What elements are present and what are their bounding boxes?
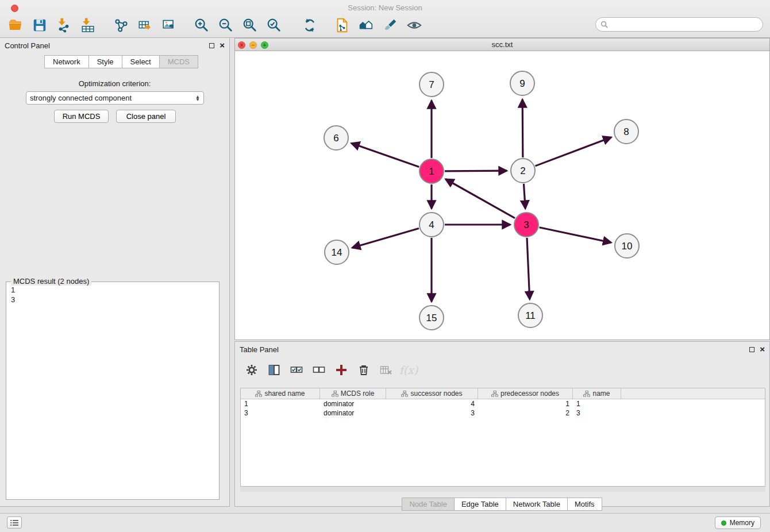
close-panel-button[interactable]: Close panel	[116, 110, 176, 123]
zoom-selected-icon[interactable]	[265, 17, 283, 34]
select-stepper-icon: ▲▼	[195, 95, 200, 101]
graph-edge-2-3[interactable]	[523, 184, 525, 209]
table-settings-gear-icon[interactable]	[244, 363, 259, 377]
search-input[interactable]	[611, 20, 758, 29]
svg-text:9: 9	[519, 78, 525, 89]
network-document-icon[interactable]	[333, 17, 351, 34]
graph-node-7[interactable]: 7	[419, 72, 444, 97]
graph-edge-3-1[interactable]	[445, 179, 515, 218]
tab-edge-table[interactable]: Edge Table	[454, 498, 506, 511]
app-title: Session: New Session	[0, 3, 770, 12]
tab-node-table[interactable]: Node Table	[402, 498, 455, 511]
home-neighbors-icon[interactable]	[357, 17, 375, 34]
style-brush-icon[interactable]	[382, 17, 399, 34]
search-field[interactable]	[595, 17, 763, 32]
table-cell[interactable]: dominator	[320, 400, 386, 408]
table-cell[interactable]: 3	[241, 409, 320, 417]
graph-node-6[interactable]: 6	[324, 126, 348, 150]
deselect-all-icon[interactable]	[311, 363, 326, 377]
tab-network[interactable]: Network	[44, 55, 89, 68]
mcds-result-lines: 13	[6, 282, 219, 307]
control-panel-close-icon[interactable]: ×	[220, 42, 225, 49]
toolbar-group-new	[113, 15, 178, 36]
tab-motifs[interactable]: Motifs	[567, 498, 602, 511]
export-image-icon[interactable]	[161, 17, 178, 34]
graph-node-14[interactable]: 14	[325, 240, 349, 264]
new-network-icon[interactable]	[113, 17, 130, 34]
refresh-icon[interactable]	[301, 17, 318, 34]
import-network-icon[interactable]	[55, 17, 72, 34]
graph-edge-4-14[interactable]	[352, 228, 419, 248]
column-header-label: successor nodes	[410, 390, 462, 398]
table-cell[interactable]: 3	[386, 409, 478, 417]
svg-text:8: 8	[623, 126, 629, 137]
graph-node-15[interactable]: 15	[419, 306, 444, 330]
graph-node-3[interactable]: 3	[514, 213, 538, 237]
task-history-button[interactable]	[7, 516, 22, 529]
network-canvas[interactable]: 7968124314101511	[235, 51, 769, 340]
open-session-icon[interactable]	[7, 17, 24, 34]
column-header-predecessor-nodes[interactable]: predecessor nodes	[478, 388, 573, 399]
svg-text:10: 10	[622, 241, 633, 252]
table-cell[interactable]: 1	[573, 400, 621, 408]
tab-style[interactable]: Style	[88, 55, 122, 68]
graph-edge-3-11[interactable]	[527, 238, 530, 299]
tab-select[interactable]: Select	[122, 55, 160, 68]
export-table-icon[interactable]	[137, 17, 154, 34]
node-table-body: 1dominator4113dominator323	[241, 399, 765, 418]
graph-node-2[interactable]: 2	[511, 159, 535, 183]
table-cell[interactable]: 2	[478, 409, 573, 417]
svg-text:2: 2	[520, 165, 525, 176]
table-row[interactable]: 3dominator323	[241, 408, 765, 418]
table-cell[interactable]: 1	[241, 400, 320, 408]
mcds-result-box: MCDS result (2 nodes) 13	[6, 282, 220, 500]
graph-node-11[interactable]: 11	[518, 303, 542, 327]
run-mcds-button[interactable]: Run MCDS	[54, 110, 109, 123]
column-header-label: shared name	[264, 390, 305, 398]
graph-edge-3-10[interactable]	[540, 228, 611, 242]
svg-text:14: 14	[332, 247, 342, 258]
table-panel-close-icon[interactable]: ×	[760, 346, 765, 353]
column-header-shared-name[interactable]: shared name	[241, 388, 320, 399]
delete-column-icon[interactable]	[356, 363, 371, 377]
memory-button[interactable]: Memory	[715, 516, 761, 529]
graph-node-4[interactable]: 4	[419, 213, 444, 237]
mcds-result-title: MCDS result (2 nodes)	[11, 277, 91, 286]
graph-edge-1-6[interactable]	[351, 143, 419, 167]
tab-network-table[interactable]: Network Table	[506, 498, 568, 511]
table-panel-float-icon[interactable]	[749, 347, 754, 352]
eye-icon[interactable]	[406, 17, 423, 34]
table-toolbar: f(x)	[244, 360, 416, 380]
add-column-icon[interactable]	[334, 363, 349, 377]
graph-edge-2-8[interactable]	[536, 137, 611, 166]
graph-edge-2-9[interactable]	[522, 99, 523, 157]
import-table-icon[interactable]	[79, 17, 97, 34]
tab-mcds[interactable]: MCDS	[159, 55, 198, 68]
select-all-icon[interactable]	[289, 363, 304, 377]
table-cell[interactable]: 1	[478, 400, 573, 408]
table-scrollbar[interactable]	[240, 487, 765, 492]
table-row[interactable]: 1dominator411	[241, 399, 765, 408]
show-column-icon[interactable]	[267, 363, 282, 377]
column-header-mcds-role[interactable]: MCDS role	[320, 388, 386, 399]
zoom-fit-icon[interactable]	[241, 17, 259, 34]
column-header-successor-nodes[interactable]: successor nodes	[386, 388, 478, 399]
table-cell[interactable]: 3	[573, 409, 621, 417]
table-cell[interactable]: 4	[386, 400, 478, 408]
optimization-criterion-select[interactable]: strongly connected component ▲▼	[26, 91, 204, 105]
graph-node-8[interactable]: 8	[614, 119, 638, 144]
graph-edge-1-2[interactable]	[445, 171, 507, 171]
graph-node-1[interactable]: 1	[419, 159, 444, 183]
zoom-in-icon[interactable]	[193, 17, 210, 34]
control-panel-float-icon[interactable]	[209, 43, 214, 48]
control-panel-tabs: NetworkStyleSelectMCDS	[44, 55, 198, 68]
table-cell[interactable]: dominator	[320, 409, 386, 417]
zoom-out-icon[interactable]	[217, 17, 234, 34]
save-session-icon[interactable]	[31, 17, 48, 34]
column-header-name[interactable]: name	[573, 388, 621, 399]
graph-node-10[interactable]: 10	[615, 234, 639, 258]
graph-node-9[interactable]: 9	[510, 71, 534, 95]
svg-text:7: 7	[429, 79, 434, 90]
network-window-titlebar[interactable]: × − + scc.txt	[235, 38, 769, 51]
control-panel: Control Panel × NetworkStyleSelectMCDS O…	[0, 38, 230, 507]
